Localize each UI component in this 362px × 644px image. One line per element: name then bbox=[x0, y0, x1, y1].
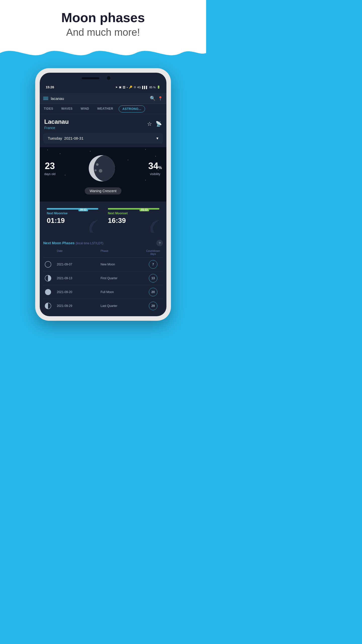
date-selector[interactable]: Tuesday 2021-08-31 ▾ bbox=[43, 133, 163, 144]
tab-waves[interactable]: WAVES bbox=[57, 104, 77, 114]
last-quarter-phase: Last Quarter bbox=[101, 304, 144, 308]
star-dot bbox=[47, 150, 48, 150]
wave-divider bbox=[0, 46, 206, 61]
network-icon: 4G bbox=[137, 86, 141, 89]
moonrise-label: Next Moonrise bbox=[47, 212, 98, 215]
first-quarter-date: 2021-09-13 bbox=[57, 276, 101, 280]
new-moon-date: 2021-09-07 bbox=[57, 263, 101, 266]
date-value: 2021-08-31 bbox=[64, 136, 83, 140]
svg-point-3 bbox=[96, 163, 99, 166]
col-phase-header: Phase bbox=[101, 249, 144, 255]
moon-section: 23 days old bbox=[40, 147, 166, 202]
status-icons: ➤ ▣ 🖼 • 🔑 ⊙ 4G ▌▌▌ 85 % 🔋 bbox=[115, 86, 160, 89]
first-quarter-countdown: 13 bbox=[149, 274, 157, 283]
moon-times: 09:53 Next Moonrise 01:19 01:13 Next M bbox=[40, 202, 166, 236]
location-header: Lacanau France ☆ 📡 bbox=[40, 114, 166, 133]
moon-visibility-value: 34% bbox=[148, 161, 162, 171]
full-moon-countdown: 20 bbox=[149, 288, 157, 296]
next-phases-section: Next Moon Phases (local time LST/LDT) ? … bbox=[40, 236, 166, 316]
tabs-bar: TIDES WAVES WIND WEATHER ASTRONO... bbox=[40, 104, 166, 114]
page-header: Moon phases And much more! bbox=[0, 0, 206, 46]
col-icon-header bbox=[44, 249, 57, 255]
moon-visibility-label: visibility bbox=[148, 172, 162, 176]
search-input[interactable] bbox=[51, 96, 147, 101]
phone-wrapper: 15:26 ➤ ▣ 🖼 • 🔑 ⊙ 4G ▌▌▌ 85 % 🔋 bbox=[35, 61, 171, 336]
status-time: 15:26 bbox=[46, 85, 54, 89]
svg-point-2 bbox=[94, 155, 117, 181]
location-icon[interactable]: 📍 bbox=[158, 96, 163, 101]
last-quarter-date: 2021-09-29 bbox=[57, 304, 101, 308]
moon-age-stat: 23 days old bbox=[44, 161, 56, 176]
svg-point-5 bbox=[95, 169, 97, 171]
moonrise-progress-bar bbox=[47, 208, 98, 210]
new-moon-countdown: 7 bbox=[149, 260, 157, 269]
hamburger-menu-icon[interactable] bbox=[43, 97, 48, 100]
moonset-bar-time: 01:13 bbox=[140, 208, 149, 211]
notch-speaker bbox=[82, 77, 99, 79]
first-quarter-icon bbox=[44, 274, 57, 282]
moonset-label: Next Moonset bbox=[108, 212, 159, 215]
col-countdown-header: Countdown days bbox=[144, 249, 162, 255]
notch-camera bbox=[107, 76, 110, 80]
first-quarter-phase: First Quarter bbox=[101, 276, 144, 280]
moonrise-card: 09:53 Next Moonrise 01:19 bbox=[43, 205, 102, 233]
battery-text: 85 % bbox=[149, 86, 156, 89]
svg-point-8 bbox=[45, 289, 51, 295]
wifi-icon: ⊙ bbox=[134, 86, 136, 89]
tab-weather[interactable]: WEATHER bbox=[93, 104, 117, 114]
star-dot bbox=[90, 151, 90, 151]
moonrise-bar-position: 09:53 bbox=[47, 208, 98, 210]
full-moon-date: 2021-09-20 bbox=[57, 290, 101, 294]
nav-icon: ➤ bbox=[115, 86, 118, 89]
col-date-header: Date bbox=[57, 249, 101, 255]
phase-row-first-quarter: 2021-09-13 First Quarter 13 bbox=[43, 271, 163, 285]
tab-wind[interactable]: WIND bbox=[77, 104, 93, 114]
dot-icon: • bbox=[127, 86, 128, 89]
date-display: Tuesday 2021-08-31 bbox=[48, 136, 83, 140]
moon-container: 23 days old bbox=[44, 153, 162, 183]
star-dot bbox=[145, 149, 146, 150]
full-moon-icon bbox=[44, 288, 57, 296]
svg-point-6 bbox=[45, 261, 51, 267]
last-quarter-icon bbox=[44, 302, 57, 310]
search-icon[interactable]: 🔍 bbox=[150, 96, 155, 101]
photo-icon: 🖼 bbox=[123, 86, 125, 89]
phase-row-last-quarter: 2021-09-29 Last Quarter 29 bbox=[43, 299, 163, 313]
moon-age-label: days old bbox=[44, 172, 56, 176]
location-country: France bbox=[44, 126, 69, 130]
favorite-star-icon[interactable]: ☆ bbox=[147, 121, 152, 127]
svg-point-4 bbox=[99, 169, 102, 173]
live-data-icon[interactable]: 📡 bbox=[156, 121, 162, 127]
moonrise-bar-time: 09:53 bbox=[78, 208, 88, 211]
tab-tides[interactable]: TIDES bbox=[40, 104, 57, 114]
page-subtitle: And much more! bbox=[5, 27, 201, 38]
full-moon-phase: Full Moon bbox=[101, 290, 144, 294]
page-title: Moon phases bbox=[5, 10, 201, 25]
date-chevron-icon: ▾ bbox=[156, 136, 158, 141]
moon-age-value: 23 bbox=[44, 161, 56, 171]
moonset-card: 01:13 Next Moonset 16:39 bbox=[104, 205, 163, 233]
phone-frame: 15:26 ➤ ▣ 🖼 • 🔑 ⊙ 4G ▌▌▌ 85 % 🔋 bbox=[35, 68, 171, 321]
msg-icon: ▣ bbox=[119, 86, 121, 89]
phase-row-full-moon: 2021-09-20 Full Moon 20 bbox=[43, 285, 163, 299]
moon-phase-badge: Waning Crescent bbox=[85, 187, 122, 194]
day-name: Tuesday bbox=[48, 136, 62, 140]
battery-icon: 🔋 bbox=[157, 86, 160, 89]
new-moon-icon bbox=[44, 261, 57, 268]
signal-icon: ▌▌▌ bbox=[142, 86, 148, 89]
phone-content: 🔍 📍 TIDES WAVES WIND WEATHER ASTRONO... … bbox=[40, 93, 166, 316]
moonset-bar-position: 01:13 bbox=[108, 208, 159, 210]
phases-table-header: Date Phase Countdown days bbox=[43, 249, 163, 257]
location-actions: ☆ 📡 bbox=[147, 121, 162, 127]
moon-phase-label: Waning Crescent bbox=[44, 187, 162, 194]
last-quarter-countdown: 29 bbox=[149, 302, 157, 310]
help-button[interactable]: ? bbox=[156, 240, 163, 246]
new-moon-phase: New Moon bbox=[101, 263, 144, 266]
phase-row-new-moon: 2021-09-07 New Moon 7 bbox=[43, 257, 163, 271]
search-bar: 🔍 📍 bbox=[40, 93, 166, 104]
phases-header: Next Moon Phases (local time LST/LDT) ? bbox=[43, 240, 163, 246]
moonrise-crescent-icon bbox=[84, 216, 102, 233]
location-name: Lacanau bbox=[44, 118, 69, 125]
key-icon: 🔑 bbox=[129, 86, 132, 89]
tab-astronomy[interactable]: ASTRONO... bbox=[119, 105, 145, 112]
